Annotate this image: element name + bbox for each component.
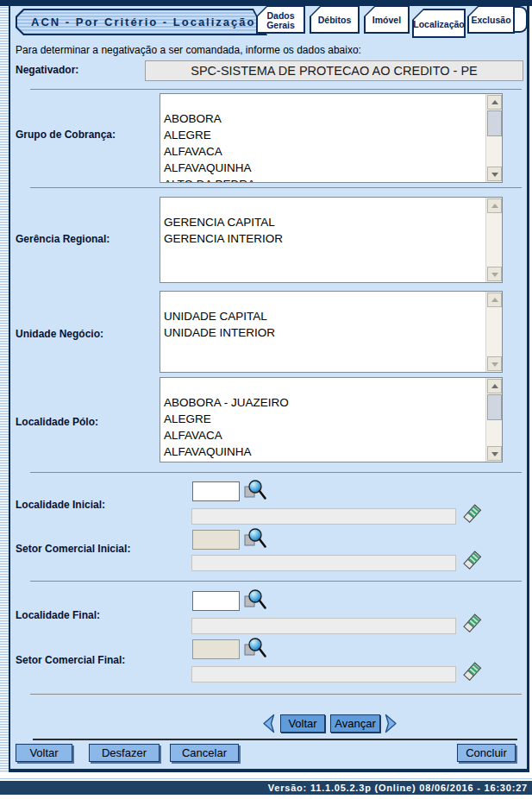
grupo-cobranca-listbox[interactable]: ABOBORAALEGREALFAVACAALFAVAQUINHAALTO DA… bbox=[160, 93, 503, 183]
tab-dados-gerais[interactable]: Dados Gerais bbox=[256, 5, 305, 34]
localidade-final-code-input[interactable] bbox=[192, 591, 240, 611]
eraser-icon bbox=[462, 504, 482, 525]
tab-debitos[interactable]: Débitos bbox=[310, 5, 360, 34]
unidade-negocio-scrollbar[interactable] bbox=[485, 292, 502, 372]
search-icon bbox=[243, 637, 266, 660]
form-panel: ACN - Por Critério - Localização Dados G… bbox=[10, 6, 527, 769]
left-edge-decoration bbox=[0, 6, 9, 772]
setor-comercial-final-desc-field bbox=[191, 666, 456, 683]
localidade-inicial-clear-button[interactable] bbox=[462, 504, 482, 525]
scrollbar-up-icon[interactable] bbox=[487, 95, 502, 110]
search-icon bbox=[243, 479, 266, 502]
listbox-option[interactable]: GERENCIA INTERIOR bbox=[164, 230, 485, 247]
grupo-cobranca-scrollbar[interactable] bbox=[485, 94, 502, 182]
localidade-final-search-button[interactable] bbox=[243, 588, 266, 612]
footer-accent-line bbox=[0, 778, 532, 779]
page-title: ACN - Por Critério - Localização bbox=[31, 16, 255, 28]
scrollbar-up-icon[interactable] bbox=[487, 293, 502, 307]
section-divider bbox=[30, 694, 522, 695]
setor-comercial-final-search-button[interactable] bbox=[243, 637, 266, 660]
scrollbar-down-icon[interactable] bbox=[487, 267, 502, 281]
listbox-option[interactable]: UNIDADE CAPITAL bbox=[164, 308, 485, 324]
desfazer-button[interactable]: Desfazer bbox=[89, 744, 160, 762]
listbox-option[interactable]: ALEGRE bbox=[164, 411, 485, 427]
listbox-option[interactable]: ALTO DA PEDRA bbox=[164, 460, 485, 462]
section-divider bbox=[30, 187, 522, 188]
grupo-cobranca-label: Grupo de Cobrança: bbox=[16, 129, 169, 141]
scrollbar-down-icon[interactable] bbox=[487, 446, 502, 461]
localidade-final-desc-field bbox=[191, 618, 456, 634]
search-icon bbox=[243, 527, 266, 550]
listbox-option[interactable]: ALTO DA PEDRA bbox=[164, 176, 485, 182]
negativador-field: SPC-SISTEMA DE PROTECAO AO CREDITO - PE bbox=[145, 60, 523, 81]
listbox-option[interactable]: UNIDADE INTERIOR bbox=[164, 324, 485, 341]
listbox-option[interactable]: GERENCIA CAPITAL bbox=[164, 214, 485, 230]
localidade-polo-scrollbar[interactable] bbox=[485, 378, 502, 462]
version-text: Versão: 11.1.05.2.3p (Online) 08/06/2016… bbox=[268, 783, 528, 793]
listbox-option[interactable]: ALFAVAQUINHA bbox=[164, 444, 485, 460]
unidade-negocio-listbox[interactable]: UNIDADE CAPITALUNIDADE INTERIOR bbox=[160, 291, 503, 373]
listbox-option[interactable]: ALFAVACA bbox=[164, 143, 485, 160]
top-border-bar bbox=[0, 0, 532, 6]
listbox-option[interactable]: ABOBORA bbox=[164, 110, 485, 127]
eraser-icon bbox=[462, 662, 482, 683]
instruction-text: Para determinar a negativação a ser coma… bbox=[16, 44, 361, 56]
listbox-option[interactable]: ALFAVACA bbox=[164, 427, 485, 444]
localidade-inicial-label: Localidade Inicial: bbox=[16, 499, 169, 511]
setor-comercial-inicial-desc-field bbox=[191, 555, 456, 571]
right-border bbox=[527, 6, 529, 772]
gerencia-regional-listbox[interactable]: GERENCIA CAPITALGERENCIA INTERIOR bbox=[160, 197, 503, 283]
listbox-option[interactable]: ALEGRE bbox=[164, 127, 485, 143]
listbox-option[interactable]: ABOBORA - JUAZEIRO bbox=[164, 394, 485, 411]
eraser-icon bbox=[462, 613, 482, 635]
setor-comercial-final-code-input[interactable] bbox=[192, 639, 240, 659]
localidade-final-clear-button[interactable] bbox=[462, 613, 482, 635]
section-divider bbox=[30, 89, 522, 90]
search-icon bbox=[243, 588, 266, 612]
tab-imovel[interactable]: Imóvel bbox=[364, 5, 410, 34]
arrow-left-icon[interactable] bbox=[261, 714, 275, 733]
concluir-button[interactable]: Concluir bbox=[457, 744, 516, 762]
setor-comercial-inicial-search-button[interactable] bbox=[243, 527, 266, 550]
listbox-option[interactable]: ALFAVAQUINHA bbox=[164, 160, 485, 176]
voltar-button[interactable]: Voltar bbox=[16, 744, 72, 762]
scrollbar-thumb[interactable] bbox=[487, 110, 502, 136]
tab-strip-endcap bbox=[514, 6, 528, 33]
gerencia-regional-label: Gerência Regional: bbox=[16, 233, 169, 245]
setor-comercial-inicial-clear-button[interactable] bbox=[462, 550, 482, 572]
application-window: ACN - Por Critério - Localização Dados G… bbox=[0, 0, 532, 799]
setor-comercial-final-label: Setor Comercial Final: bbox=[16, 654, 169, 666]
arrow-right-icon[interactable] bbox=[385, 714, 398, 733]
page-title-stripes: ACN - Por Critério - Localização bbox=[17, 10, 266, 34]
localidade-inicial-code-input[interactable] bbox=[192, 481, 240, 501]
localidade-polo-label: Localidade Pólo: bbox=[16, 416, 169, 428]
cancelar-button[interactable]: Cancelar bbox=[170, 744, 239, 762]
scrollbar-thumb[interactable] bbox=[487, 394, 502, 420]
unidade-negocio-label: Unidade Negócio: bbox=[16, 328, 169, 340]
content-bottom-border bbox=[9, 769, 529, 772]
scrollbar-down-icon[interactable] bbox=[487, 356, 502, 371]
eraser-icon bbox=[462, 550, 482, 572]
gerencia-regional-scrollbar[interactable] bbox=[485, 198, 502, 282]
section-divider bbox=[30, 472, 522, 473]
wizard-avancar-button[interactable]: Avançar bbox=[330, 714, 380, 733]
localidade-final-label: Localidade Final: bbox=[16, 609, 169, 621]
status-bar: Versão: 11.1.05.2.3p (Online) 08/06/2016… bbox=[0, 781, 532, 795]
setor-comercial-final-clear-button[interactable] bbox=[462, 662, 482, 683]
localidade-inicial-search-button[interactable] bbox=[243, 479, 266, 502]
scrollbar-up-icon[interactable] bbox=[487, 379, 502, 393]
wizard-voltar-button[interactable]: Voltar bbox=[280, 714, 325, 733]
tab-localizacao-active[interactable]: Localização bbox=[412, 9, 466, 38]
localidade-polo-listbox[interactable]: ABOBORA - JUAZEIROALEGREALFAVACAALFAVAQU… bbox=[160, 377, 503, 462]
localidade-inicial-desc-field bbox=[191, 508, 456, 525]
tab-exclusao[interactable]: Exclusão bbox=[467, 5, 515, 34]
setor-comercial-inicial-label: Setor Comercial Inicial: bbox=[16, 543, 169, 555]
button-row-divider bbox=[33, 739, 517, 740]
scrollbar-down-icon[interactable] bbox=[487, 167, 502, 181]
section-divider bbox=[30, 581, 522, 582]
page-title-banner: ACN - Por Critério - Localização bbox=[16, 9, 267, 35]
scrollbar-up-icon[interactable] bbox=[487, 198, 502, 213]
setor-comercial-inicial-code-input[interactable] bbox=[192, 530, 240, 550]
